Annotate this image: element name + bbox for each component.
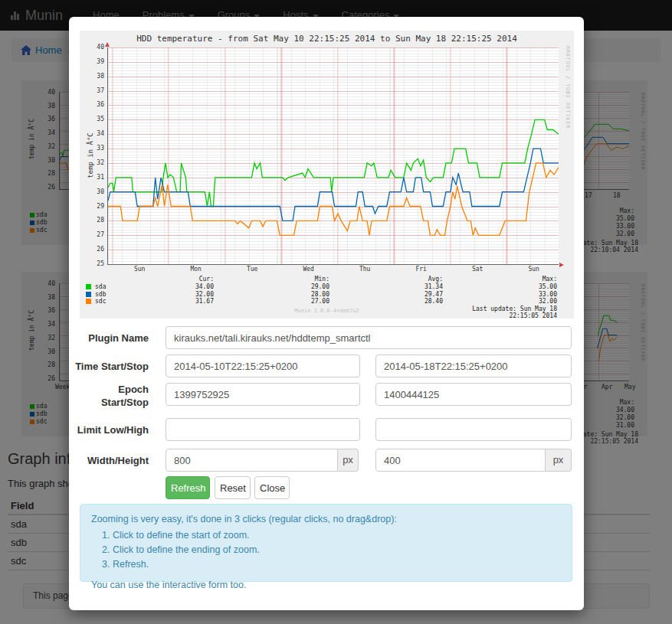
legend-column-header: Max: [442, 276, 557, 283]
legend-value: 32.00 [99, 291, 214, 298]
x-axis-tick: Sun [129, 266, 150, 273]
limit-low-high-label: Limit Low/High [69, 423, 149, 436]
legend-value: 32.00 [442, 298, 557, 305]
size-row: Width/Height px px [69, 449, 584, 472]
zoom-help-step: Click to define the ending of zoom. [113, 543, 561, 557]
zoom-modal: HDD temperature - from Sat May 10 22:15:… [69, 17, 584, 610]
zoom-help-box: Zooming is very easy, it's done in 3 cli… [80, 504, 572, 582]
legend-value: 31.67 [99, 298, 214, 305]
time-start-stop-label: Time Start/Stop [69, 360, 149, 373]
width-unit-addon: px [338, 449, 359, 472]
zoom-help-outro: You can use the interactive form too. [91, 578, 561, 592]
x-axis-tick: Tue [241, 266, 263, 273]
legend-color-swatch [86, 299, 91, 304]
legend-value: 28.40 [328, 298, 443, 305]
legend-value: 29.00 [215, 283, 329, 290]
epoch-start-stop-label: Epoch Start/Stop [69, 383, 149, 409]
close-button[interactable]: Close [254, 476, 290, 499]
zoom-help-step: Click to define the start of zoom. [113, 528, 561, 542]
x-axis-tick: Fri [411, 266, 432, 273]
time-stop-input[interactable] [375, 354, 572, 377]
legend-value: 31.34 [328, 283, 443, 290]
buttons-row: Refresh Reset Close [69, 476, 584, 499]
x-axis-tick: Mon [185, 266, 207, 273]
epoch-start-input[interactable] [166, 383, 360, 406]
legend-value: 34.00 [99, 283, 214, 290]
legend-column-header: Min: [215, 276, 329, 283]
zoom-help-intro: Zooming is very easy, it's done in 3 cli… [91, 512, 561, 526]
epoch-stop-input[interactable] [375, 383, 572, 406]
width-input[interactable] [166, 449, 338, 472]
limit-row: Limit Low/High [69, 418, 584, 441]
epoch-row: Epoch Start/Stop [69, 383, 584, 406]
x-axis-tick: Thu [354, 266, 375, 273]
legend-value: 35.00 [442, 283, 557, 290]
reset-button[interactable]: Reset [215, 476, 251, 499]
time-row: Time Start/Stop [69, 354, 584, 377]
legend-value: 27.00 [215, 298, 329, 305]
plugin-name-input[interactable] [166, 326, 572, 349]
legend-value: 29.47 [328, 291, 443, 298]
refresh-button[interactable]: Refresh [166, 476, 210, 499]
legend-column-header: Avg: [328, 276, 443, 283]
legend-column-header: Cur: [99, 276, 214, 283]
hdd-temperature-graph[interactable]: HDD temperature - from Sat May 10 22:15:… [80, 31, 574, 319]
x-axis-tick: Wed [298, 266, 320, 273]
x-axis-tick: Sun [523, 266, 545, 273]
munin-version: Munin 2.0.6-4+deb7u2 [80, 308, 574, 314]
legend-value: 33.00 [442, 291, 557, 298]
zoom-help-steps: Click to define the start of zoom.Click … [113, 528, 561, 571]
zoom-help-step: Refresh. [113, 557, 561, 571]
plugin-name-row: Plugin Name [69, 326, 584, 349]
x-axis-tick: Sat [467, 266, 488, 273]
legend-color-swatch [86, 284, 91, 289]
plugin-name-label: Plugin Name [69, 332, 149, 345]
legend-color-swatch [86, 292, 91, 297]
limit-low-input[interactable] [166, 418, 360, 441]
legend-value: 28.00 [215, 291, 329, 298]
height-input[interactable] [375, 449, 546, 472]
time-start-input[interactable] [166, 354, 360, 377]
height-unit-addon: px [546, 449, 572, 472]
width-height-label: Width/Height [69, 454, 149, 467]
limit-high-input[interactable] [375, 418, 572, 441]
